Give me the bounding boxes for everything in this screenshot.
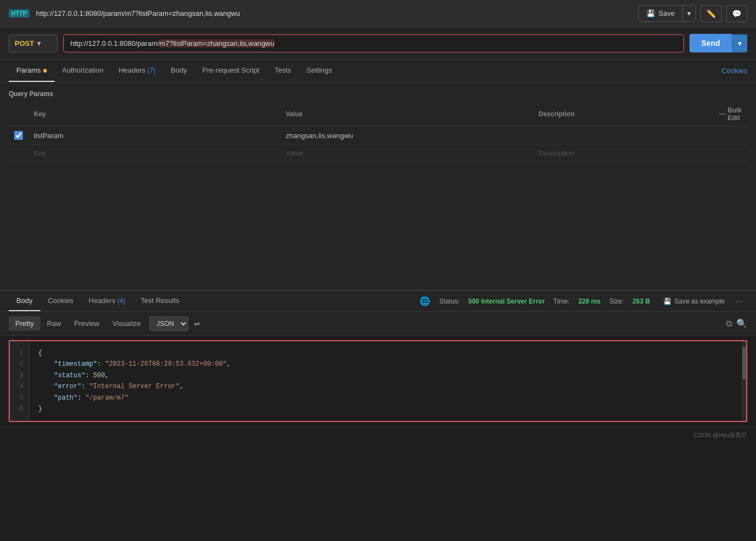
save-btn-group: 💾 Save ▾	[638, 5, 696, 22]
content-area: Query Params Key Value Description ··· B…	[0, 82, 756, 290]
size-value: 263 B	[633, 298, 650, 305]
tab-settings[interactable]: Settings	[299, 60, 340, 82]
wrap-icon[interactable]: ⇌	[194, 319, 200, 328]
tab-pre-request[interactable]: Pre-request Script	[195, 60, 267, 82]
query-params-section: Query Params Key Value Description ··· B…	[0, 82, 756, 162]
param-desc-cell[interactable]	[533, 127, 714, 145]
send-btn-group: Send ▾	[689, 34, 747, 52]
th-description: Description	[533, 102, 714, 127]
save-example-icon: 💾	[663, 298, 671, 305]
format-tab-raw[interactable]: Raw	[40, 316, 68, 331]
response-tab-headers[interactable]: Headers (4)	[81, 291, 133, 311]
footer-text: CSDN @Hsu琛君玎	[694, 432, 747, 438]
tab-params[interactable]: Params	[9, 60, 55, 82]
time-value: 228 ms	[578, 298, 601, 305]
tab-body[interactable]: Body	[163, 60, 195, 82]
title-bar: HTTP http://127.0.0.1:8080/param/m7?list…	[0, 0, 756, 27]
send-dropdown-button[interactable]: ▾	[732, 34, 747, 52]
save-button[interactable]: 💾 Save	[639, 5, 682, 21]
method-select[interactable]: POST ▾	[9, 34, 58, 52]
copy-icon[interactable]: ⧉	[726, 319, 732, 329]
send-button[interactable]: Send	[689, 34, 732, 52]
bulk-edit-button[interactable]: ··· Bulk Edit	[719, 106, 742, 122]
empty-actions-cell	[713, 145, 747, 162]
scrollbar-thumb[interactable]	[742, 347, 746, 379]
param-key-cell[interactable]: listParam	[28, 127, 280, 145]
title-url: http://127.0.0.1:8080/param/m7?listParam…	[36, 9, 632, 17]
th-actions: ··· Bulk Edit	[713, 102, 747, 127]
empty-value-cell[interactable]: Value	[280, 145, 533, 162]
query-params-label: Query Params	[9, 90, 747, 98]
save-icon: 💾	[646, 9, 655, 17]
save-dropdown-button[interactable]: ▾	[682, 5, 695, 21]
empty-desc-cell[interactable]: Description	[533, 145, 714, 162]
param-actions-cell	[713, 127, 747, 145]
format-tab-preview[interactable]: Preview	[68, 316, 106, 331]
status-code: 500 Internal Server Error	[469, 298, 545, 305]
dots-icon: ···	[719, 110, 725, 118]
format-actions: ⧉ 🔍	[726, 318, 747, 329]
table-row-empty: Key Value Description	[9, 145, 747, 162]
edit-icon-button[interactable]: ✏️	[700, 5, 722, 22]
request-tabs-bar: Params Authorization Headers (7) Body Pr…	[0, 60, 756, 82]
more-options-icon[interactable]: ···	[736, 296, 743, 306]
scrollbar-track[interactable]	[742, 341, 746, 421]
format-tab-visualize[interactable]: Visualize	[106, 316, 147, 331]
url-highlight: m7?listParam=zhangsan,lis,wangwu	[159, 39, 274, 47]
th-key: Key	[28, 102, 280, 127]
format-bar: Pretty Raw Preview Visualize JSON XML HT…	[0, 312, 756, 336]
response-area: Body Cookies Headers (4) Test Results 🌐 …	[0, 290, 756, 422]
footer: CSDN @Hsu琛君玎	[0, 426, 756, 444]
empty-key-cell[interactable]: Key	[28, 145, 280, 162]
code-content: 1 2 3 4 5 6 { "timestamp": "2023-11-26T0…	[10, 341, 746, 421]
response-tab-body[interactable]: Body	[9, 291, 40, 311]
request-bar: POST ▾ http://127.0.0.1:8080/param/m7?li…	[0, 27, 756, 60]
param-value-cell[interactable]: zhangsan,lis,wangwu	[280, 127, 533, 145]
comment-icon-button[interactable]: 💬	[726, 5, 747, 22]
params-dot	[43, 69, 47, 73]
th-check	[9, 102, 28, 127]
format-tab-pretty[interactable]: Pretty	[9, 316, 40, 331]
save-example-button[interactable]: 💾 Save as example	[663, 298, 725, 305]
method-chevron-icon: ▾	[37, 39, 41, 47]
response-tab-test-results[interactable]: Test Results	[133, 291, 187, 311]
http-badge: HTTP	[9, 9, 29, 17]
response-tab-cookies[interactable]: Cookies	[40, 291, 81, 311]
url-base: http://127.0.0.1:8080/param/	[70, 39, 159, 47]
cookies-link[interactable]: Cookies	[722, 67, 747, 75]
tab-headers[interactable]: Headers (7)	[111, 60, 163, 82]
tab-authorization[interactable]: Authorization	[55, 60, 111, 82]
params-table: Key Value Description ··· Bulk Edit	[9, 102, 747, 162]
response-tabs-bar: Body Cookies Headers (4) Test Results 🌐 …	[0, 291, 756, 312]
globe-icon: 🌐	[419, 296, 430, 306]
table-row: listParam zhangsan,lis,wangwu	[9, 127, 747, 145]
response-status-bar: 🌐 Status: 500 Internal Server Error Time…	[419, 296, 747, 306]
search-icon[interactable]: 🔍	[736, 318, 747, 329]
th-value: Value	[280, 102, 533, 127]
code-area: 1 2 3 4 5 6 { "timestamp": "2023-11-26T0…	[9, 340, 747, 422]
format-select[interactable]: JSON XML HTML Text	[149, 317, 188, 331]
method-label: POST	[15, 39, 34, 47]
param-checkbox[interactable]	[14, 131, 23, 140]
line-numbers: 1 2 3 4 5 6	[10, 341, 29, 421]
checkbox-cell	[14, 131, 23, 140]
title-actions: 💾 Save ▾ ✏️ 💬	[638, 5, 747, 22]
url-input[interactable]: http://127.0.0.1:8080/param/m7?listParam…	[63, 34, 684, 52]
tab-tests[interactable]: Tests	[267, 60, 299, 82]
code-lines: { "timestamp": "2023-11-26T06:29:53.632+…	[29, 341, 746, 421]
